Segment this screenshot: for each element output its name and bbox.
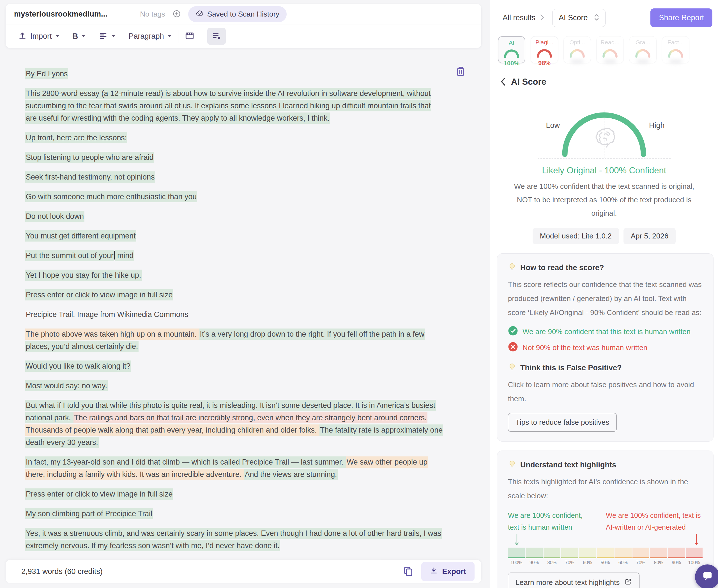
no-tags-label: No tags bbox=[140, 10, 165, 19]
score-card-label: Read... bbox=[600, 39, 619, 46]
scale-color-block bbox=[508, 548, 525, 558]
results-view-select[interactable]: AI Score bbox=[552, 9, 606, 27]
scale-tick-label: 70% bbox=[632, 560, 649, 565]
scale-color-block bbox=[544, 548, 561, 558]
bold-button[interactable]: B bbox=[72, 32, 86, 41]
copy-icon bbox=[402, 565, 414, 578]
how-to-read-title: How to read the score? bbox=[520, 264, 604, 272]
doc-paragraph[interactable]: Precipice Trail. Image from Wikimedia Co… bbox=[25, 308, 444, 321]
document-filename[interactable]: mysteriousrookmedium... bbox=[14, 10, 107, 19]
scale-step: 60% bbox=[579, 548, 596, 565]
doc-text-segment: The railings and bars on that trail are … bbox=[73, 412, 427, 423]
gauge-arc bbox=[559, 109, 649, 158]
clear-formatting-icon bbox=[212, 31, 221, 42]
score-card-ai[interactable]: AI100% bbox=[498, 36, 525, 63]
editor-header-card: mysteriousrookmedium... No tags Saved to… bbox=[6, 4, 481, 48]
scale-tick-label: 100% bbox=[508, 560, 525, 565]
upload-icon bbox=[18, 31, 27, 41]
import-button[interactable]: Import bbox=[18, 31, 60, 41]
learn-more-highlights-button[interactable]: Learn more about text highlights bbox=[508, 572, 639, 588]
doc-paragraph[interactable]: By Ed Lyons bbox=[25, 68, 444, 80]
doc-paragraph[interactable]: Seek first-hand testimony, not opinions bbox=[25, 171, 444, 183]
editor-toolbar: Import B bbox=[6, 24, 481, 48]
export-button[interactable]: Export bbox=[421, 562, 474, 581]
section-header: AI Score bbox=[490, 63, 718, 87]
doc-paragraph[interactable]: Yet I hope you stay for the hike up. bbox=[25, 269, 444, 281]
word-count-label: 2,931 words (60 credits) bbox=[21, 567, 103, 576]
doc-paragraph[interactable]: Go with someone much more enthusiastic t… bbox=[25, 190, 444, 203]
scale-step: 60% bbox=[614, 548, 631, 565]
breadcrumb-all-results[interactable]: All results bbox=[503, 14, 535, 22]
doc-paragraph[interactable]: Press enter or click to view image in fu… bbox=[25, 289, 444, 301]
text-highlights-card: Understand text highlights This texts hi… bbox=[497, 450, 714, 588]
doc-text-segment: Seek first-hand testimony, not opinions bbox=[25, 171, 155, 183]
doc-text-segment: Press enter or click to view image in fu… bbox=[25, 488, 173, 500]
align-button[interactable] bbox=[99, 31, 116, 42]
delete-document-button[interactable] bbox=[455, 66, 466, 78]
scale-color-block bbox=[579, 548, 596, 558]
scale-color-block bbox=[650, 548, 667, 558]
score-card-value: 100% bbox=[504, 60, 520, 67]
text-highlights-title: Understand text highlights bbox=[520, 461, 616, 469]
doc-text-segment: Put the summit out of your bbox=[25, 250, 114, 261]
section-title: AI Score bbox=[511, 77, 546, 87]
score-value-hidden bbox=[670, 60, 681, 63]
scale-step: 100% bbox=[508, 548, 525, 565]
share-report-button[interactable]: Share Report bbox=[650, 8, 712, 27]
media-frame-button[interactable] bbox=[185, 31, 195, 42]
false-positive-title[interactable]: Think this is False Positive? bbox=[520, 363, 622, 372]
doc-paragraph[interactable]: Do not look down bbox=[25, 210, 444, 223]
doc-paragraph[interactable]: This 2800-word essay (a 12-minute read) … bbox=[25, 87, 444, 124]
editor-pane: mysteriousrookmedium... No tags Saved to… bbox=[0, 0, 490, 588]
score-arc-icon bbox=[535, 46, 553, 59]
document-body[interactable]: By Ed LyonsThis 2800-word essay (a 12-mi… bbox=[25, 44, 444, 588]
doc-text-segment: My son climbing part of Precipice Trail bbox=[25, 508, 153, 519]
scale-tick-label: 80% bbox=[544, 560, 561, 565]
score-card-label: AI bbox=[509, 39, 514, 46]
doc-paragraph[interactable]: Most would say: no way. bbox=[25, 380, 444, 392]
doc-paragraph[interactable]: But what if I told you that while this p… bbox=[25, 399, 444, 448]
doc-paragraph[interactable]: Put the summit out of your mind bbox=[25, 249, 444, 262]
doc-paragraph[interactable]: Stop listening to people who are afraid bbox=[25, 151, 444, 164]
back-button[interactable] bbox=[500, 78, 505, 87]
scale-tick-label: 90% bbox=[668, 560, 684, 565]
chevron-down-icon bbox=[81, 34, 86, 38]
bold-label: B bbox=[72, 32, 78, 41]
chevron-down-icon bbox=[167, 34, 172, 38]
score-card-read[interactable]: Read... bbox=[596, 36, 624, 63]
doc-paragraph[interactable]: Press enter or click to view image in fu… bbox=[25, 488, 444, 500]
scale-step: 80% bbox=[650, 548, 667, 565]
download-icon bbox=[430, 566, 438, 577]
tips-reduce-false-positives-button[interactable]: Tips to reduce false positives bbox=[508, 413, 617, 432]
scale-arrows bbox=[508, 533, 702, 546]
doc-paragraph[interactable]: Yes, it was a strenuous climb, and was c… bbox=[25, 527, 444, 552]
score-card-opti[interactable]: Opti... bbox=[564, 36, 591, 63]
chat-fab-button[interactable] bbox=[695, 564, 718, 588]
score-card-gra[interactable]: Gra... bbox=[629, 36, 657, 63]
doc-text-segment: Press enter or click to view image in fu… bbox=[25, 289, 173, 300]
doc-paragraph[interactable]: Up front, here are the lessons: bbox=[25, 131, 444, 144]
scale-color-block bbox=[597, 548, 614, 558]
add-tag-button[interactable] bbox=[172, 9, 181, 19]
copy-text-button[interactable] bbox=[402, 565, 414, 578]
scale-step: 90% bbox=[668, 548, 684, 565]
clear-formatting-button[interactable] bbox=[207, 28, 226, 45]
chevron-down-icon bbox=[111, 34, 116, 38]
scale-color-block bbox=[526, 548, 543, 558]
score-card-plagi[interactable]: Plagi...98% bbox=[531, 36, 558, 63]
scale-tick-label: 80% bbox=[650, 560, 667, 565]
doc-paragraph[interactable]: The photo above was taken high up on a m… bbox=[25, 328, 444, 353]
score-arc-icon bbox=[634, 46, 652, 59]
doc-text-segment: Yes, it was a strenuous climb, and was c… bbox=[25, 528, 442, 551]
doc-paragraph[interactable]: Would you like to walk along it? bbox=[25, 360, 444, 372]
red-down-arrow-icon bbox=[694, 533, 699, 548]
doc-paragraph[interactable]: You must get different equipment bbox=[25, 230, 444, 242]
score-arc-icon bbox=[568, 46, 586, 59]
doc-paragraph[interactable]: My son climbing part of Precipice Trail bbox=[25, 507, 444, 520]
doc-paragraph[interactable]: In fact, my 13-year-old son and I did th… bbox=[25, 456, 444, 481]
paragraph-label: Paragraph bbox=[128, 32, 164, 41]
chevron-up-down-icon bbox=[594, 14, 599, 22]
paragraph-style-select[interactable]: Paragraph bbox=[128, 32, 172, 41]
score-card-fact[interactable]: Fact... bbox=[662, 36, 690, 63]
film-frame-icon bbox=[185, 31, 195, 42]
